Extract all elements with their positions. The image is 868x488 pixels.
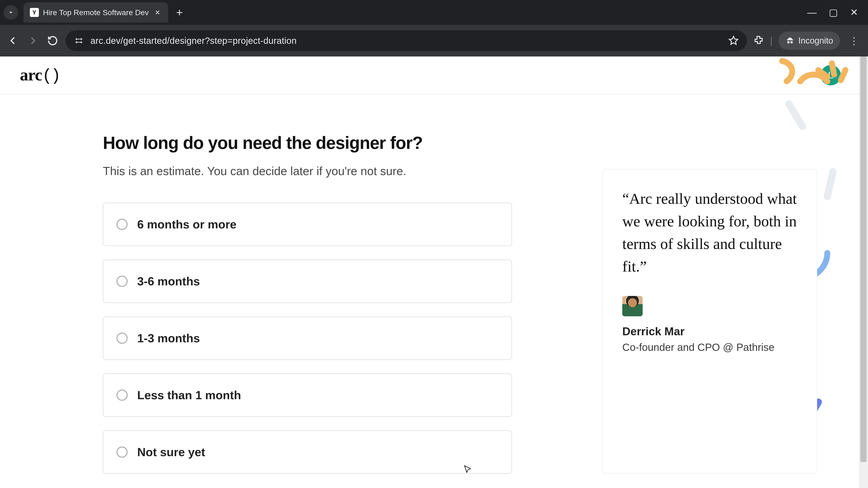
user-avatar[interactable]: L <box>820 65 841 86</box>
forward-button[interactable] <box>26 34 40 48</box>
option-less-than-1-month[interactable]: Less than 1 month <box>103 373 512 417</box>
extensions-icon[interactable] <box>753 35 764 46</box>
close-icon[interactable]: ✕ <box>850 8 858 17</box>
page-content: arc() L How long do you need the designe… <box>0 57 868 488</box>
option-3-6-months[interactable]: 3-6 months <box>103 260 512 303</box>
tab-close-button[interactable]: × <box>153 8 162 17</box>
url-text: arc.dev/get-started/designer?step=projec… <box>90 36 297 46</box>
option-label: Less than 1 month <box>137 388 241 402</box>
testimonial-role: Co-founder and CPO @ Pathrise <box>622 341 797 353</box>
radio-icon <box>116 275 128 287</box>
option-1-3-months[interactable]: 1-3 months <box>103 317 512 360</box>
radio-icon <box>116 390 128 401</box>
incognito-label: Incognito <box>798 36 833 46</box>
testimonial-avatar <box>622 296 643 316</box>
testimonial-quote: “Arc really understood what we were look… <box>622 188 797 278</box>
testimonial-name: Derrick Mar <box>622 325 797 338</box>
page-scrollbar[interactable] <box>859 57 868 488</box>
question-subtitle: This is an estimate. You can decide late… <box>103 164 512 178</box>
bookmark-icon[interactable] <box>728 35 739 46</box>
form-column: How long do you need the designer for? T… <box>103 133 512 474</box>
site-header: arc() L <box>0 57 868 94</box>
radio-icon <box>116 447 128 458</box>
option-label: 3-6 months <box>137 274 200 288</box>
radio-icon <box>116 332 128 344</box>
question-title: How long do you need the designer for? <box>103 133 512 153</box>
incognito-indicator[interactable]: Incognito <box>778 32 840 50</box>
duration-options: 6 months or more 3-6 months 1-3 months L… <box>103 203 512 474</box>
address-bar[interactable]: arc.dev/get-started/designer?step=projec… <box>66 30 747 51</box>
site-logo[interactable]: arc() <box>20 65 59 86</box>
minimize-icon[interactable]: — <box>807 8 817 17</box>
option-not-sure-yet[interactable]: Not sure yet <box>103 430 512 474</box>
site-settings-icon[interactable] <box>73 35 85 46</box>
reload-button[interactable] <box>46 34 60 48</box>
new-tab-button[interactable]: + <box>171 4 188 21</box>
testimonial-card: “Arc really understood what we were look… <box>602 169 817 474</box>
maximize-icon[interactable]: ▢ <box>829 8 838 17</box>
browser-chrome: Y Hire Top Remote Software Dev × + — ▢ ✕… <box>0 0 868 57</box>
browser-menu-button[interactable]: ⋮ <box>846 35 862 46</box>
option-label: Not sure yet <box>137 445 205 459</box>
window-controls: — ▢ ✕ <box>807 8 868 17</box>
back-button[interactable] <box>6 34 20 48</box>
tab-search-button[interactable] <box>4 5 18 20</box>
option-label: 1-3 months <box>137 331 200 345</box>
toolbar: arc.dev/get-started/designer?step=projec… <box>0 25 868 57</box>
option-6-months-or-more[interactable]: 6 months or more <box>103 203 512 246</box>
tab-title: Hire Top Remote Software Dev <box>43 8 149 17</box>
mouse-cursor-icon <box>463 465 472 474</box>
radio-icon <box>116 219 128 230</box>
browser-tab[interactable]: Y Hire Top Remote Software Dev × <box>24 2 168 23</box>
tab-favicon: Y <box>30 8 39 17</box>
option-label: 6 months or more <box>137 218 237 231</box>
tab-strip: Y Hire Top Remote Software Dev × + — ▢ ✕ <box>0 0 868 25</box>
